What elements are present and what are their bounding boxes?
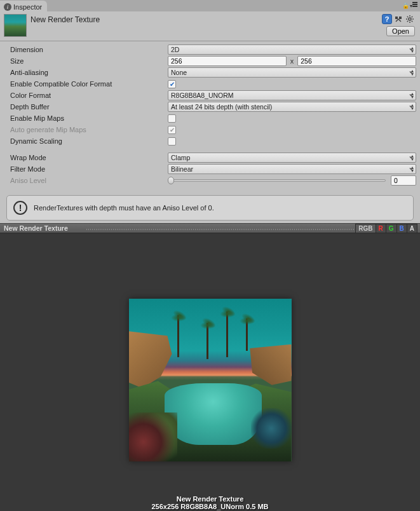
depth-label: Depth Buffer (4, 103, 168, 111)
mips-checkbox[interactable] (168, 114, 176, 123)
svg-rect-0 (395, 17, 398, 19)
info-box-icon: ! (13, 201, 27, 215)
svg-line-10 (412, 17, 412, 17)
size-width-input[interactable] (168, 56, 287, 66)
aniso-slider (168, 175, 386, 186)
preview-title: New Render Texture (4, 224, 355, 232)
mips-label: Enable Mip Maps (4, 114, 168, 122)
help-icon[interactable]: ? (382, 14, 392, 24)
size-label: Size (4, 57, 168, 65)
asset-thumbnail[interactable] (4, 14, 27, 37)
wrap-dropdown[interactable]: Clamp▴▾ (168, 153, 416, 163)
asset-title: New Render Texture (30, 14, 378, 24)
panel-menu-icon[interactable] (410, 1, 417, 9)
inspector-tab[interactable]: i Inspector (0, 1, 47, 11)
channel-g-button[interactable]: G (386, 224, 397, 233)
channel-b-button[interactable]: B (397, 224, 407, 233)
automips-checkbox: ✔ (168, 126, 176, 134)
open-button[interactable]: Open (386, 26, 415, 36)
preview-image (129, 299, 292, 461)
tab-right-controls (402, 1, 417, 9)
antialias-label: Anti-aliasing (4, 69, 168, 76)
channel-buttons: RGB R G B A (355, 224, 417, 233)
tab-label: Inspector (13, 3, 42, 11)
dimension-dropdown[interactable]: 2D▴▾ (168, 44, 416, 55)
lock-icon[interactable] (402, 1, 409, 9)
properties-panel: Dimension 2D▴▾ Size x Anti-aliasing None… (0, 43, 420, 191)
preview-caption: New Render Texture 256x256 R8G8B8A8_UNor… (0, 495, 420, 510)
dynscale-label: Dynamic Scaling (4, 137, 168, 145)
preview-area[interactable]: New Render Texture 256x256 R8G8B8A8_UNor… (0, 233, 420, 511)
compat-checkbox[interactable]: ✔ (168, 80, 176, 88)
depth-dropdown[interactable]: At least 24 bits depth (with stencil)▴▾ (168, 102, 416, 112)
size-x-label: x (289, 57, 295, 65)
svg-line-8 (412, 21, 412, 22)
svg-line-7 (407, 17, 408, 17)
info-icon: i (4, 3, 11, 11)
size-height-input[interactable] (297, 56, 416, 66)
filter-label: Filter Mode (4, 165, 168, 173)
aniso-value-input[interactable] (391, 175, 416, 186)
filter-dropdown[interactable]: Bilinear▴▾ (168, 164, 416, 174)
presets-icon[interactable] (393, 14, 403, 24)
info-box-message: RenderTextures with depth must have an A… (34, 204, 214, 212)
svg-point-2 (409, 18, 411, 20)
info-box: ! RenderTextures with depth must have an… (6, 195, 414, 221)
aniso-label: Aniso Level (4, 177, 168, 184)
dimension-label: Dimension (4, 46, 168, 53)
compat-label: Enable Compatible Color Format (4, 80, 168, 88)
settings-gear-icon[interactable] (405, 14, 415, 24)
colorfmt-label: Color Format (4, 92, 168, 99)
svg-rect-1 (399, 17, 402, 19)
tab-bar: i Inspector (0, 0, 420, 11)
channel-a-button[interactable]: A (407, 224, 417, 233)
colorfmt-dropdown[interactable]: R8G8B8A8_UNORM▴▾ (168, 90, 416, 100)
dynscale-checkbox[interactable] (168, 137, 176, 146)
antialias-dropdown[interactable]: None▴▾ (168, 67, 416, 78)
preview-caption-meta: 256x256 R8G8B8A8_UNorm 0.5 MB (0, 503, 420, 510)
divider (0, 41, 420, 41)
preview-header[interactable]: New Render Texture RGB R G B A (0, 223, 420, 233)
channel-rgb-button[interactable]: RGB (355, 224, 376, 233)
automips-label: Auto generate Mip Maps (4, 126, 168, 133)
svg-line-9 (407, 21, 408, 22)
preview-caption-name: New Render Texture (0, 495, 420, 503)
wrap-label: Wrap Mode (4, 154, 168, 161)
asset-header: New Render Texture ? Open (0, 11, 420, 41)
channel-r-button[interactable]: R (376, 224, 386, 233)
